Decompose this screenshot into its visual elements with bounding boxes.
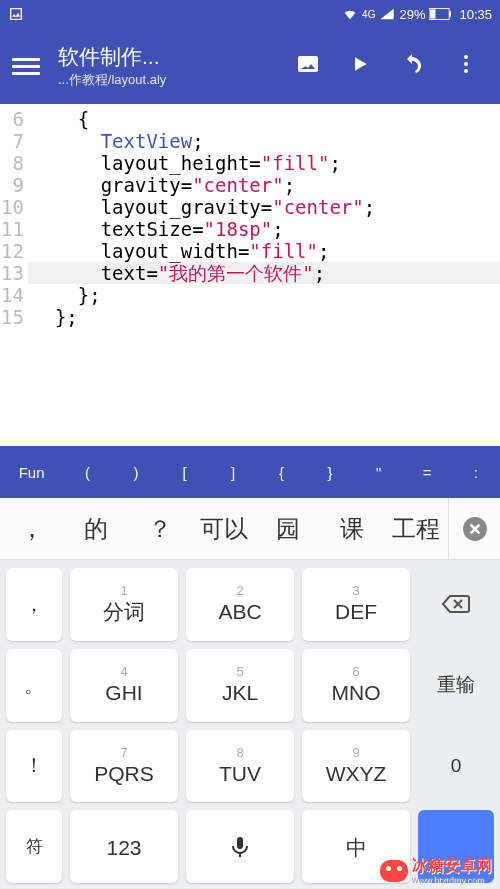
symbol-key[interactable]: ) — [112, 464, 161, 481]
more-icon[interactable] — [454, 52, 478, 80]
symbols-key[interactable]: 符 — [6, 810, 62, 883]
func-key[interactable]: 重输 — [418, 649, 494, 722]
svg-point-5 — [464, 69, 468, 73]
mic-key[interactable] — [186, 810, 294, 883]
key[interactable]: 8TUV — [186, 730, 294, 803]
key[interactable]: 2ABC — [186, 568, 294, 641]
symbol-key[interactable]: ( — [63, 464, 112, 481]
suggestion-bar: ，的？可以园课工程 — [0, 498, 500, 560]
punct-key[interactable]: ！ — [6, 730, 62, 803]
suggestion-item[interactable]: 的 — [64, 513, 128, 545]
menu-icon[interactable] — [12, 54, 40, 79]
symbol-key[interactable]: } — [306, 464, 355, 481]
key[interactable]: 4GHI — [70, 649, 178, 722]
symbol-key[interactable]: " — [354, 464, 403, 481]
play-icon[interactable] — [350, 54, 370, 78]
code-area[interactable]: { TextView; layout_height="fill"; gravit… — [28, 108, 500, 446]
watermark-url: www.btxtdmy.com — [412, 875, 492, 885]
gutter: 6789101112131415 — [0, 108, 28, 446]
close-suggestions-icon[interactable] — [448, 498, 500, 559]
symbol-key[interactable]: [ — [160, 464, 209, 481]
symbol-key[interactable]: : — [451, 464, 500, 481]
symbol-row: Fun()[]{}"=: — [0, 446, 500, 498]
code-line[interactable]: textSize="18sp"; — [28, 218, 500, 240]
code-line[interactable]: }; — [28, 306, 500, 328]
key[interactable]: 1分词 — [70, 568, 178, 641]
svg-rect-2 — [450, 11, 452, 17]
punct-key[interactable]: ， — [6, 568, 62, 641]
code-line[interactable]: { — [28, 108, 500, 130]
code-editor[interactable]: 6789101112131415 { TextView; layout_heig… — [0, 104, 500, 446]
key[interactable]: 9WXYZ — [302, 730, 410, 803]
app-title: 软件制作... — [58, 43, 288, 71]
symbol-key[interactable]: { — [257, 464, 306, 481]
code-line[interactable]: layout_gravity="center"; — [28, 196, 500, 218]
watermark-name: 冰糖安卓网 — [412, 857, 492, 874]
signal-icon — [379, 6, 395, 22]
code-line[interactable]: TextView; — [28, 130, 500, 152]
func-key[interactable]: 0 — [418, 730, 494, 803]
wifi-icon — [342, 6, 358, 22]
code-line[interactable]: layout_height="fill"; — [28, 152, 500, 174]
svg-rect-1 — [430, 9, 436, 18]
key[interactable]: 5JKL — [186, 649, 294, 722]
app-subtitle: ...作教程/layout.aly — [58, 71, 288, 89]
undo-icon[interactable] — [400, 52, 424, 80]
watermark: 冰糖安卓网 www.btxtdmy.com — [380, 856, 492, 885]
suggestion-item[interactable]: ， — [0, 511, 64, 546]
suggestion-item[interactable]: ？ — [128, 513, 192, 545]
code-line[interactable]: text="我的第一个软件"; — [28, 262, 500, 284]
clock: 10:35 — [459, 7, 492, 22]
code-line[interactable]: }; — [28, 284, 500, 306]
watermark-icon — [380, 860, 408, 882]
backspace-key[interactable] — [418, 568, 494, 641]
key[interactable]: 123 — [70, 810, 178, 883]
key[interactable]: 3DEF — [302, 568, 410, 641]
battery-text: 29% — [399, 7, 425, 22]
title-area: 软件制作... ...作教程/layout.aly — [58, 43, 288, 89]
network-label: 4G — [362, 9, 375, 20]
code-line[interactable]: gravity="center"; — [28, 174, 500, 196]
code-line[interactable]: layout_width="fill"; — [28, 240, 500, 262]
symbol-key[interactable]: Fun — [0, 464, 63, 481]
suggestion-item[interactable]: 园 — [256, 513, 320, 545]
symbol-key[interactable]: ] — [209, 464, 258, 481]
svg-point-3 — [464, 55, 468, 59]
svg-point-4 — [464, 62, 468, 66]
symbol-key[interactable]: = — [403, 464, 452, 481]
suggestion-item[interactable]: 工程 — [384, 513, 448, 545]
image-icon[interactable] — [296, 52, 320, 80]
suggestion-item[interactable]: 可以 — [192, 513, 256, 545]
key[interactable]: 7PQRS — [70, 730, 178, 803]
key[interactable]: 6MNO — [302, 649, 410, 722]
image-notification-icon — [8, 6, 24, 22]
keyboard: ，1分词2ABC3DEF。4GHI5JKL6MNO重输！7PQRS8TUV9WX… — [0, 560, 500, 889]
suggestion-item[interactable]: 课 — [320, 513, 384, 545]
status-bar: 4G 29% 10:35 — [0, 0, 500, 28]
app-bar: 软件制作... ...作教程/layout.aly — [0, 28, 500, 104]
punct-key[interactable]: 。 — [6, 649, 62, 722]
battery-icon — [429, 8, 451, 20]
